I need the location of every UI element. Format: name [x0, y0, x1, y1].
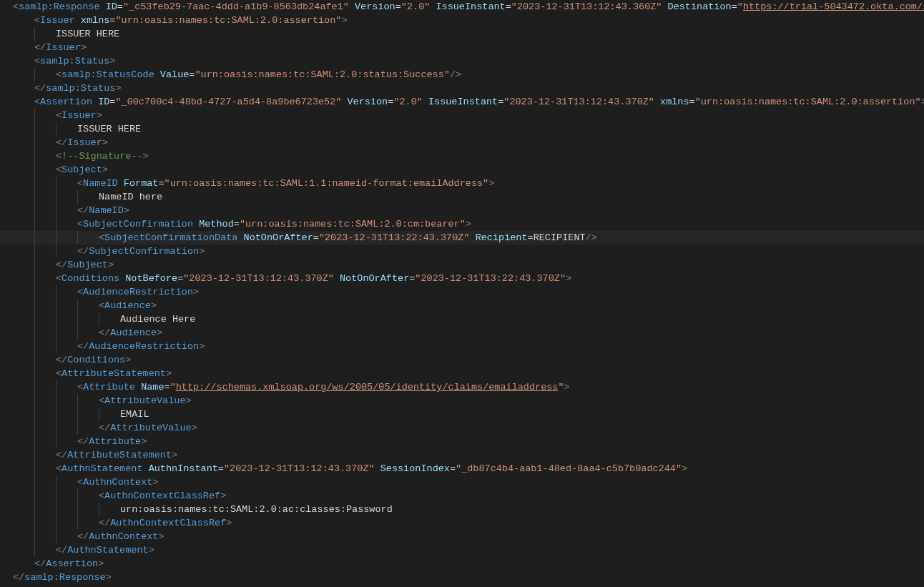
line-content: </AttributeValue>: [99, 421, 924, 435]
token-text: ISSUER HERE: [56, 29, 119, 39]
token-string: "_c53feb29-7aac-4ddd-a1b9-8563db24afe1": [123, 1, 349, 12]
code-line[interactable]: NameID here: [0, 190, 924, 204]
code-line[interactable]: <AudienceRestriction>: [0, 285, 924, 299]
token-attr-name: Name: [141, 382, 164, 393]
token-text: EMAIL: [120, 409, 149, 420]
code-line[interactable]: <Issuer>: [0, 109, 924, 122]
token-bracket: </: [77, 531, 89, 542]
code-line[interactable]: <samlp:Response ID="_c53feb29-7aac-4ddd-…: [0, 0, 924, 14]
token-bracket: </: [99, 518, 110, 528]
token-string: "urn:oasis:names:tc:SAML:1.1:nameid-form…: [164, 178, 489, 189]
code-line[interactable]: </AuthnContext>: [0, 530, 924, 543]
code-line[interactable]: <samlp:StatusCode Value="urn:oasis:names…: [0, 68, 924, 82]
token-string: "2023-12-31T13:12:43.360Z": [511, 1, 662, 12]
line-content: </AuthnContext>: [77, 530, 924, 543]
indent-guide: [34, 177, 35, 190]
code-line[interactable]: <AuthnContextClassRef>: [0, 489, 924, 503]
code-line[interactable]: </AuthnContextClassRef>: [0, 516, 924, 530]
indent-guide: [56, 245, 56, 258]
code-line[interactable]: ISSUER HERE: [0, 27, 924, 41]
token-tag: AttributeValue: [110, 423, 191, 433]
code-line[interactable]: </samlp:Status>: [0, 82, 924, 95]
token-bracket: >: [488, 178, 494, 189]
token-bracket: >: [102, 137, 108, 148]
code-line[interactable]: </Assertion>: [0, 557, 924, 571]
code-line[interactable]: <Audience>: [0, 299, 924, 312]
token-attr-eq: =: [158, 178, 164, 189]
code-line[interactable]: </AttributeValue>: [0, 421, 924, 435]
token-bracket: >: [226, 518, 232, 528]
indent-guide: [77, 394, 78, 408]
code-line[interactable]: <AttributeValue>: [0, 394, 924, 408]
indent-guide: [77, 516, 78, 530]
line-content: <samlp:Response ID="_c53feb29-7aac-4ddd-…: [13, 0, 924, 14]
code-line[interactable]: </Conditions>: [0, 353, 924, 367]
token-bracket: >: [102, 164, 108, 175]
code-line[interactable]: </samlp:Response>: [0, 571, 924, 584]
code-line[interactable]: <!--Signature-->: [0, 149, 924, 163]
token-string-link[interactable]: https://trial-5043472.okta.com/sso/saml2: [743, 1, 924, 12]
token-text: [75, 15, 81, 26]
token-comment: <!--Signature-->: [56, 151, 149, 162]
code-line[interactable]: <samlp:Status>: [0, 54, 924, 68]
token-attr-name: Value: [160, 69, 190, 80]
line-content: <AuthnContextClassRef>: [99, 489, 924, 503]
indent-guide: [34, 475, 35, 489]
token-text: Audience Here: [120, 314, 195, 325]
code-line[interactable]: </AttributeStatement>: [0, 448, 924, 462]
code-line[interactable]: </Audience>: [0, 326, 924, 340]
token-string-link[interactable]: http://schemas.xmlsoap.org/ws/2005/05/id…: [176, 382, 559, 393]
code-line[interactable]: </Attribute>: [0, 435, 924, 448]
code-line[interactable]: <AuthnStatement AuthnInstant="2023-12-31…: [0, 462, 924, 475]
code-line[interactable]: <SubjectConfirmation Method="urn:oasis:n…: [0, 217, 924, 231]
token-bracket: <: [99, 395, 104, 406]
indent-guide: [34, 516, 35, 530]
code-line[interactable]: </SubjectConfirmation>: [0, 245, 924, 258]
code-line[interactable]: <Issuer xmlns="urn:oasis:names:tc:SAML:2…: [0, 14, 924, 27]
code-line[interactable]: <NameID Format="urn:oasis:names:tc:SAML:…: [0, 177, 924, 190]
code-line[interactable]: <AttributeStatement>: [0, 367, 924, 380]
indent-guide: [56, 435, 56, 448]
indent-guide: [56, 516, 56, 530]
token-bracket: <: [56, 463, 62, 474]
code-line[interactable]: <Assertion ID="_00c700c4-48bd-4727-a5d4-…: [0, 95, 924, 109]
code-line[interactable]: urn:oasis:names:tc:SAML:2.0:ac:classes:P…: [0, 503, 924, 516]
token-attr-eq: =: [218, 463, 224, 474]
token-bracket: >: [220, 490, 226, 501]
code-line[interactable]: </Subject>: [0, 258, 924, 272]
token-bracket: </: [34, 42, 46, 53]
code-line[interactable]: </Issuer>: [0, 136, 924, 149]
token-bracket: <: [77, 287, 83, 297]
code-line[interactable]: <Attribute Name="http://schemas.xmlsoap.…: [0, 380, 924, 394]
token-string: ": [737, 1, 743, 12]
code-line[interactable]: </Issuer>: [0, 41, 924, 54]
code-line[interactable]: <Subject>: [0, 163, 924, 177]
code-line[interactable]: </AudienceRestriction>: [0, 340, 924, 353]
code-line[interactable]: <AuthnContext>: [0, 475, 924, 489]
code-editor[interactable]: <samlp:Response ID="_c53feb29-7aac-4ddd-…: [0, 0, 924, 584]
code-line[interactable]: ISSUER HERE: [0, 122, 924, 136]
token-bracket: >: [566, 273, 571, 284]
code-line[interactable]: Audience Here: [0, 312, 924, 326]
token-bracket: </: [34, 83, 46, 94]
token-attr-eq: =: [732, 1, 737, 12]
code-line[interactable]: EMAIL: [0, 408, 924, 421]
token-bracket: </: [99, 423, 110, 433]
token-bracket: </: [56, 260, 67, 270]
indent-guide: [56, 177, 56, 190]
code-line[interactable]: <SubjectConfirmationData NotOnOrAfter="2…: [0, 231, 924, 245]
token-attr-name: Method: [199, 219, 234, 230]
token-tag: samlp:Response: [19, 1, 99, 12]
token-bracket: <: [99, 300, 104, 311]
token-attr-eq: =: [689, 97, 695, 107]
token-bracket: >: [466, 219, 471, 230]
line-content: <Issuer xmlns="urn:oasis:names:tc:SAML:2…: [34, 14, 924, 27]
indent-guide: [56, 475, 56, 489]
indent-guide: [56, 421, 56, 435]
code-line[interactable]: </NameID>: [0, 204, 924, 217]
code-line[interactable]: <Conditions NotBefore="2023-12-31T13:12:…: [0, 272, 924, 285]
token-string: "2023-12-31T13:12:43.370Z": [503, 97, 654, 107]
indent-guide: [34, 543, 35, 557]
indent-guide: [77, 421, 78, 435]
code-line[interactable]: </AuthnStatement>: [0, 543, 924, 557]
